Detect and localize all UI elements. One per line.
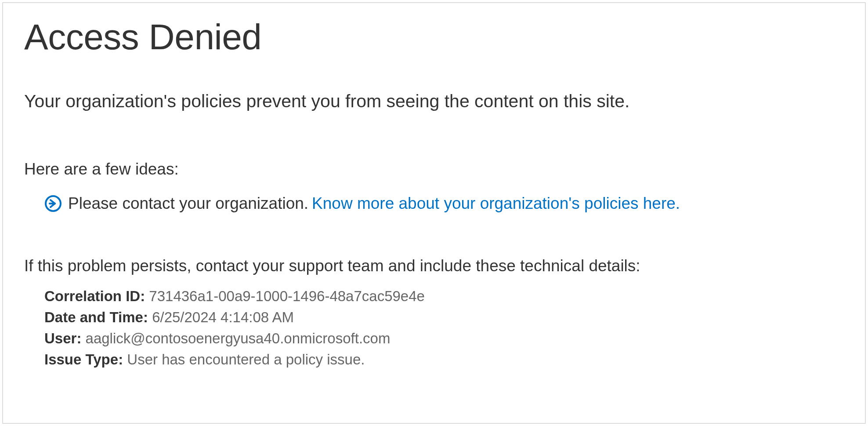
user-row: User: aaglick@contosoenergyusa40.onmicro…: [44, 328, 844, 349]
support-heading: If this problem persists, contact your s…: [24, 257, 844, 275]
ideas-heading: Here are a few ideas:: [24, 160, 844, 178]
arrow-circle-right-icon: [44, 195, 62, 212]
know-more-link[interactable]: Know more about your organization's poli…: [312, 194, 680, 213]
page-title: Access Denied: [24, 16, 844, 58]
date-time-label: Date and Time:: [44, 309, 148, 325]
technical-details: Correlation ID: 731436a1-00a9-1000-1496-…: [44, 286, 844, 370]
correlation-id-label: Correlation ID:: [44, 288, 145, 304]
policy-message: Your organization's policies prevent you…: [24, 91, 844, 112]
idea-text: Please contact your organization.: [68, 194, 308, 213]
correlation-id-row: Correlation ID: 731436a1-00a9-1000-1496-…: [44, 286, 844, 307]
access-denied-panel: Access Denied Your organization's polici…: [2, 2, 866, 424]
issue-type-value: User has encountered a policy issue.: [127, 351, 365, 368]
date-time-row: Date and Time: 6/25/2024 4:14:08 AM: [44, 307, 844, 328]
user-label: User:: [44, 330, 81, 346]
date-time-value: 6/25/2024 4:14:08 AM: [152, 309, 294, 325]
user-value: aaglick@contosoenergyusa40.onmicrosoft.c…: [86, 330, 391, 346]
issue-type-label: Issue Type:: [44, 351, 123, 368]
issue-type-row: Issue Type: User has encountered a polic…: [44, 349, 844, 370]
idea-row: Please contact your organization. Know m…: [44, 194, 844, 213]
correlation-id-value: 731436a1-00a9-1000-1496-48a7cac59e4e: [149, 288, 425, 304]
